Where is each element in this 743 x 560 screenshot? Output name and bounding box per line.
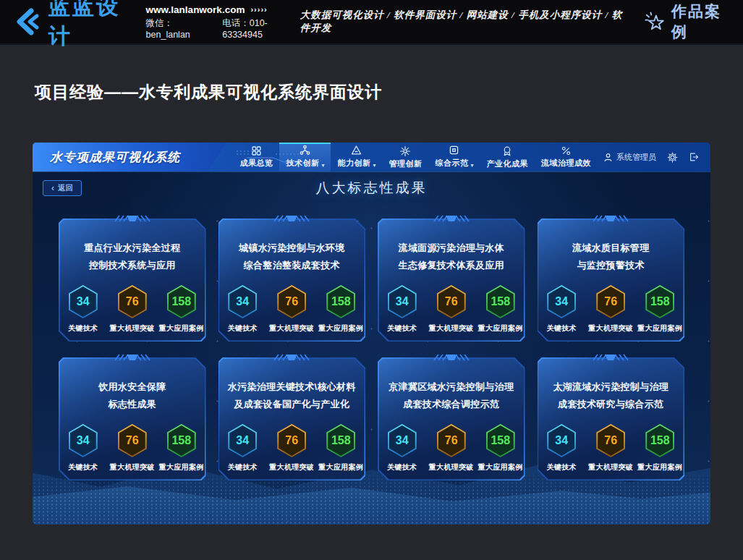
badge-label: 关键技术 [68, 462, 98, 472]
card-top-ornament [102, 215, 163, 222]
achievement-card[interactable]: 城镇水污染控制与水环境 综合整治整装成套技术 34 关键技术 [218, 219, 366, 341]
nav-item-capability-innovation[interactable]: 能力创新 [331, 143, 382, 171]
card-title-line2: 与监控预警技术 [572, 257, 649, 274]
badge-key-tech: 34 关键技术 [218, 424, 266, 472]
badge-application-cases: 158 重大应用案例 [636, 424, 684, 472]
hexagon-icon: 76 [277, 424, 306, 457]
badge-label: 重大机理突破 [269, 323, 314, 334]
badges-row: 34 关键技术 76 重大机理突破 [59, 285, 205, 334]
card-title-line1: 太湖流域水污染控制与治理 [553, 378, 668, 396]
settings-gear-icon[interactable] [667, 152, 678, 163]
card-top-ornament [102, 354, 163, 361]
nav-label: 技术创新 [286, 158, 319, 169]
badge-key-tech: 34 关键技术 [378, 285, 426, 334]
lanlan-logo-icon [13, 7, 42, 36]
card-content: 流域水质目标管理 与监控预警技术 34 关键技术 [538, 219, 685, 341]
nav-item-overview[interactable]: 成果总览 [233, 143, 279, 171]
badge-label: 重大机理突破 [429, 323, 474, 334]
user-name: 系统管理员 [616, 152, 656, 163]
card-top-ornament [421, 354, 482, 361]
badge-label: 重大应用案例 [318, 462, 363, 472]
hexagon-icon: 34 [69, 285, 98, 318]
badge-application-cases: 158 重大应用案例 [158, 285, 205, 334]
badge-label: 关键技术 [228, 462, 258, 472]
badge-label: 重大应用案例 [159, 462, 204, 472]
app-header: 水专项成果可视化系统 成果总览 [33, 143, 710, 171]
badge-label: 重大机理突破 [429, 462, 474, 472]
hexagon-icon: 76 [118, 285, 147, 318]
card-content: 重点行业水污染全过程 控制技术系统与应用 34 关键技术 [59, 219, 206, 341]
badge-application-cases: 158 重大应用案例 [477, 424, 525, 472]
nav-item-comprehensive-demo[interactable]: 综合示范 [428, 143, 480, 171]
badge-major-breakthrough: 76 重大机理突破 [587, 424, 634, 472]
site-logo[interactable]: 蓝蓝设计 [13, 0, 133, 51]
card-title-line2: 生态修复技术体系及应用 [399, 257, 504, 274]
achievement-card[interactable]: 水污染治理关键技术\核心材料 及成套设备国产化与产业化 34 关键技术 [218, 357, 366, 480]
nav-item-management-innovation[interactable]: 管理创新 [382, 143, 428, 171]
nav-label: 成果总览 [239, 158, 273, 169]
medal-icon [501, 145, 513, 157]
achievement-card[interactable]: 流域水质目标管理 与监控预警技术 34 关键技术 [538, 219, 685, 341]
cards-grid: 重点行业水污染全过程 控制技术系统与应用 34 关键技术 [59, 219, 684, 480]
badge-label: 重大机理突破 [588, 462, 633, 472]
hexagon-icon: 34 [228, 285, 257, 318]
hexagon-icon: 34 [547, 424, 576, 457]
user-chip[interactable]: 系统管理员 [603, 152, 656, 163]
hexagon-icon: 76 [596, 285, 625, 318]
card-title-line2: 成套技术研究与综合示范 [553, 396, 668, 413]
back-button-label: 返回 [58, 183, 73, 193]
nav-label: 综合示范 [435, 158, 468, 169]
badge-application-cases: 158 重大应用案例 [317, 424, 365, 472]
arrows-decoration: ››››› [250, 5, 267, 14]
hexagon-icon: 76 [437, 424, 466, 457]
badge-label: 重大机理突破 [269, 462, 314, 472]
hexagon-icon: 34 [547, 285, 576, 318]
badge-major-breakthrough: 76 重大机理突破 [428, 285, 475, 334]
nav-label: 流域治理成效 [541, 158, 591, 169]
badges-row: 34 关键技术 76 重大机理突破 [538, 424, 684, 472]
back-button[interactable]: ‹ 返回 [43, 180, 82, 196]
hexagon-icon: 158 [326, 424, 355, 457]
nav-label: 能力创新 [337, 158, 370, 169]
card-title-line2: 及成套设备国产化与产业化 [228, 396, 356, 413]
hexagon-icon: 158 [486, 285, 515, 318]
dashboard-app: 水专项成果可视化系统 成果总览 [33, 143, 710, 525]
hexagon-icon: 158 [645, 285, 674, 318]
badge-label: 重大应用案例 [478, 323, 523, 334]
hexagon-icon: 158 [167, 424, 196, 457]
card-content: 流域面源污染治理与水体 生态修复技术体系及应用 34 关键技术 [378, 219, 525, 341]
achievement-card[interactable]: 重点行业水污染全过程 控制技术系统与应用 34 关键技术 [59, 219, 206, 341]
nav-label: 管理创新 [389, 158, 422, 169]
nav-item-industrialization[interactable]: 产业化成果 [480, 143, 535, 171]
card-title-line1: 京津冀区域水污染控制与治理 [389, 378, 514, 396]
badge-application-cases: 158 重大应用案例 [317, 285, 365, 334]
app-logo-banner: 水专项成果可视化系统 [33, 143, 226, 171]
card-title-line1: 城镇水污染控制与水环境 [239, 239, 344, 257]
achievement-card[interactable]: 京津冀区域水污染控制与治理 成套技术综合调控示范 34 关键技术 [378, 357, 525, 480]
achievement-card[interactable]: 太湖流域水污染控制与治理 成套技术研究与综合示范 34 关键技术 [538, 357, 685, 480]
badge-label: 重大机理突破 [588, 323, 633, 334]
badge-application-cases: 158 重大应用案例 [636, 285, 684, 334]
badge-major-breakthrough: 76 重大机理突破 [109, 285, 156, 334]
badges-row: 34 关键技术 76 重大机理突破 [378, 424, 525, 472]
achievement-card[interactable]: 流域面源污染治理与水体 生态修复技术体系及应用 34 关键技术 [378, 219, 525, 341]
hexagon-icon: 76 [118, 424, 147, 457]
card-content: 水污染治理关键技术\核心材料 及成套设备国产化与产业化 34 关键技术 [218, 357, 366, 480]
badge-label: 关键技术 [547, 323, 577, 334]
nav-item-watershed-governance[interactable]: 流域治理成效 [535, 143, 598, 171]
portfolio-button[interactable]: 作品案例 [644, 1, 730, 42]
hexagon-icon: 158 [326, 285, 355, 318]
achievement-card[interactable]: 饮用水安全保障 标志性成果 34 关键技术 [59, 357, 206, 480]
badge-label: 重大机理突破 [110, 323, 155, 334]
badge-label: 重大应用案例 [478, 462, 523, 472]
hexagon-icon: 158 [167, 285, 196, 318]
card-content: 饮用水安全保障 标志性成果 34 关键技术 [59, 357, 206, 480]
badge-label: 重大应用案例 [318, 323, 363, 334]
badge-label: 重大应用案例 [159, 323, 204, 334]
card-content: 太湖流域水污染控制与治理 成套技术研究与综合示范 34 关键技术 [538, 357, 685, 480]
nav-item-tech-innovation[interactable]: 技术创新 [279, 143, 331, 171]
badge-key-tech: 34 关键技术 [59, 424, 107, 472]
flower-icon [399, 145, 411, 157]
badge-key-tech: 34 关键技术 [378, 424, 426, 472]
logout-icon[interactable] [689, 152, 699, 162]
